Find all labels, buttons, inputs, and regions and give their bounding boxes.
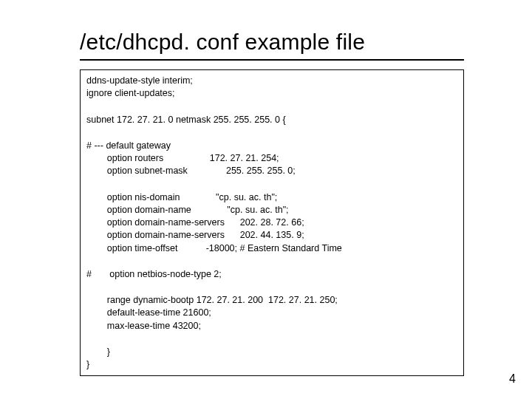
code-block: ddns-update-style interim; ignore client… [80,69,464,376]
page-title: /etc/dhcpd. conf example file [80,30,480,55]
code-line: option time-offset -18000; # Eastern Sta… [86,242,457,255]
blank-line [86,281,457,294]
blank-line [86,126,457,140]
blank-line [86,178,457,191]
page-number: 4 [509,372,516,386]
code-line: subnet 172. 27. 21. 0 netmask 255. 255. … [86,114,457,126]
code-line: option domain-name-servers 202. 28. 72. … [86,216,457,229]
code-line: range dynamic-bootp 172. 27. 21. 200 172… [86,294,457,307]
code-line: option routers 172. 27. 21. 254; [86,152,457,165]
code-line: option subnet-mask 255. 255. 255. 0; [86,165,457,177]
code-line: ignore client-updates; [86,87,457,100]
code-line: # option netbios-node-type 2; [86,268,457,281]
blank-line [86,100,457,114]
code-line: option domain-name-servers 202. 44. 135.… [86,229,457,242]
blank-line [86,255,457,268]
code-line: option nis-domain "cp. su. ac. th"; [86,191,457,204]
title-underline [80,59,464,61]
code-line: max-lease-time 43200; [86,320,457,332]
code-line: } [86,346,457,358]
code-line: default-lease-time 21600; [86,307,457,319]
code-line: # --- default gateway [86,140,457,152]
code-line: ddns-update-style interim; [86,75,457,87]
code-line: } [86,358,457,371]
code-line: option domain-name "cp. su. ac. th"; [86,204,457,216]
blank-line [86,332,457,346]
slide: /etc/dhcpd. conf example file ddns-updat… [0,0,532,399]
